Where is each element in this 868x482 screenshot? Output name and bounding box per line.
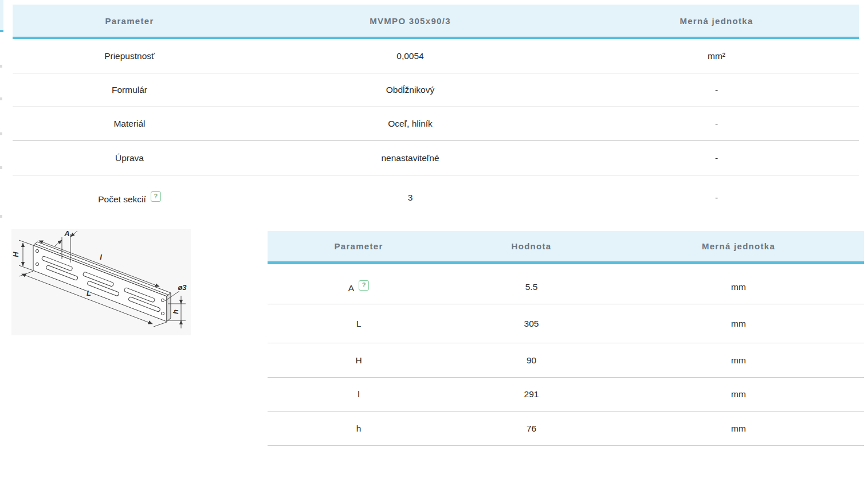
dim-param-value: 90 bbox=[450, 355, 613, 366]
spec-param-name: Úprava bbox=[13, 153, 246, 163]
dim-header-parameter: Parameter bbox=[268, 241, 450, 251]
dim-param-value: 76 bbox=[450, 424, 613, 434]
spec-param-name: Materiál bbox=[13, 119, 246, 129]
table-row: A? 5.5 mm bbox=[268, 264, 864, 304]
spec-param-value: Oceľ, hliník bbox=[246, 119, 574, 129]
screw-hole bbox=[36, 262, 38, 265]
table-row: l 291 mm bbox=[268, 378, 864, 412]
table-row: Formulár Obdĺžnikový - bbox=[13, 73, 859, 107]
spec-param-unit: - bbox=[574, 119, 859, 129]
dim-param-unit: mm bbox=[613, 319, 864, 329]
dim-param-name: l bbox=[268, 389, 450, 399]
dim-param-name: A? bbox=[268, 280, 450, 293]
spec-param-name: Počet sekcií? bbox=[13, 191, 246, 205]
product-spec-table: Parameter MVMPO 305x90/3 Merná jednotka … bbox=[13, 5, 859, 220]
dim-header-value: Hodnota bbox=[450, 241, 613, 251]
dim-label-hole-diameter: ø3 bbox=[178, 283, 187, 292]
spec-param-unit: - bbox=[574, 153, 859, 163]
left-edge-fragment bbox=[0, 215, 2, 218]
dimensions-table: Parameter Hodnota Merná jednotka A? 5.5 … bbox=[268, 231, 864, 446]
dim-label-l: l bbox=[100, 253, 102, 261]
grille-isometric-drawing: A H l L ø3 h bbox=[11, 229, 191, 335]
table-row: Počet sekcií? 3 - bbox=[13, 175, 859, 220]
dim-param-unit: mm bbox=[613, 282, 864, 292]
spec-param-value: Obdĺžnikový bbox=[246, 85, 574, 95]
table-row: H 90 mm bbox=[268, 343, 864, 378]
dim-param-value: 305 bbox=[450, 319, 613, 329]
dim-param-unit: mm bbox=[613, 355, 864, 366]
left-edge-table-sliver bbox=[0, 0, 3, 32]
left-edge-fragment bbox=[0, 65, 2, 68]
dim-label-H: H bbox=[11, 252, 20, 257]
spec-param-value: nenastaviteľné bbox=[246, 153, 574, 163]
dim-param-name: L bbox=[268, 319, 450, 329]
spec-header-model: MVMPO 305x90/3 bbox=[246, 16, 574, 26]
spec-param-name: Priepustnosť bbox=[13, 51, 246, 61]
dim-label-A: A bbox=[64, 229, 69, 238]
dimensional-drawing: A H l L ø3 h bbox=[11, 229, 191, 335]
dim-header-unit: Merná jednotka bbox=[613, 241, 864, 251]
left-edge-fragment bbox=[0, 132, 2, 135]
dimension-H bbox=[19, 240, 33, 271]
dim-param-unit: mm bbox=[613, 389, 864, 399]
dimensions-table-header-row: Parameter Hodnota Merná jednotka bbox=[268, 231, 864, 264]
spec-param-unit: mm² bbox=[574, 51, 859, 61]
help-question-icon[interactable]: ? bbox=[359, 280, 369, 291]
spec-param-name: Formulár bbox=[13, 85, 246, 95]
table-row: Úprava nenastaviteľné - bbox=[13, 141, 859, 175]
screw-hole bbox=[161, 312, 164, 315]
dim-param-name: h bbox=[268, 424, 450, 434]
screw-hole bbox=[161, 299, 164, 301]
help-question-icon[interactable]: ? bbox=[151, 191, 161, 202]
spec-param-unit: - bbox=[574, 85, 859, 95]
dim-label-h: h bbox=[171, 309, 180, 314]
dim-param-unit: mm bbox=[613, 424, 864, 434]
left-edge-fragment bbox=[0, 97, 2, 100]
spec-param-value: 0,0054 bbox=[246, 51, 574, 61]
dim-param-label: A bbox=[348, 283, 354, 293]
table-row: L 305 mm bbox=[268, 304, 864, 343]
spec-param-value: 3 bbox=[246, 193, 574, 203]
left-edge-fragment bbox=[0, 166, 2, 169]
spec-param-label: Počet sekcií bbox=[98, 194, 146, 204]
table-row: Materiál Oceľ, hliník - bbox=[13, 107, 859, 141]
spec-param-unit: - bbox=[574, 193, 859, 203]
dim-param-value: 5.5 bbox=[450, 282, 613, 292]
table-row: Priepustnosť 0,0054 mm² bbox=[13, 39, 859, 73]
dim-label-L: L bbox=[87, 289, 91, 297]
table-row: h 76 mm bbox=[268, 412, 864, 446]
screw-hole bbox=[36, 249, 38, 252]
spec-header-parameter: Parameter bbox=[13, 16, 246, 26]
spec-table-header-row: Parameter MVMPO 305x90/3 Merná jednotka bbox=[13, 5, 859, 39]
dim-param-name: H bbox=[268, 355, 450, 366]
dim-param-value: 291 bbox=[450, 389, 613, 399]
spec-header-unit: Merná jednotka bbox=[574, 16, 859, 26]
